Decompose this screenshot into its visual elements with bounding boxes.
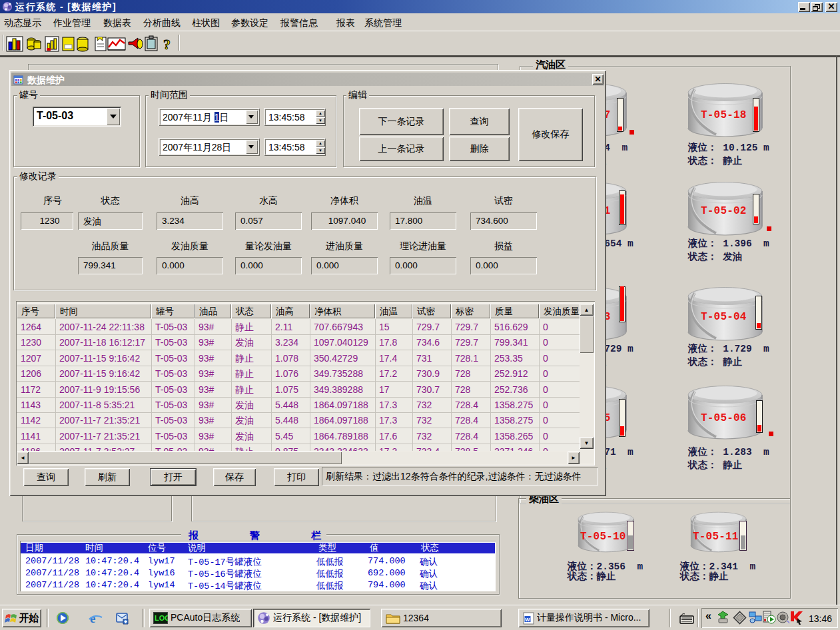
svg-text:LOG: LOG: [155, 614, 168, 622]
svg-text:W: W: [525, 616, 530, 622]
